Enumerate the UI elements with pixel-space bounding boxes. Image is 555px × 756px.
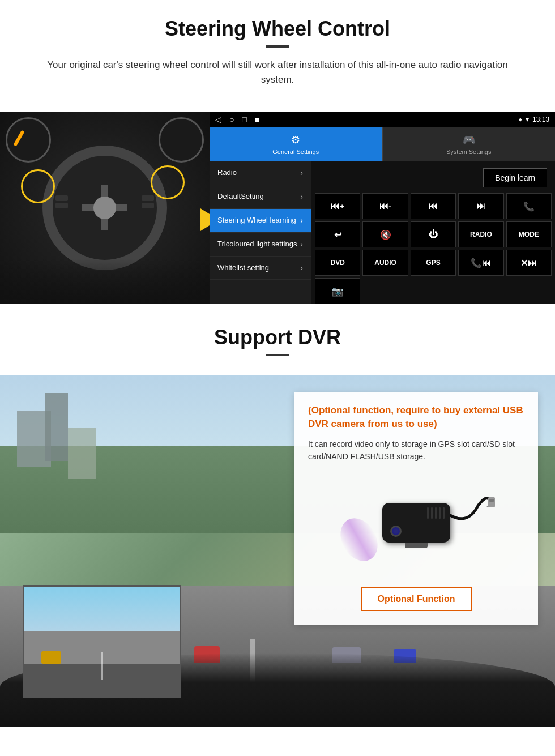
dvr-header: Support DVR [0,310,555,375]
prev-btn[interactable]: ⏮ [411,193,456,219]
steering-composite: ◁ ○ □ ■ ♦ ▾ 13:13 ⚙ General Settings 🎮 S… [0,112,555,304]
menu-list: Radio › DefaultSetting › Steering Wheel … [210,161,311,304]
android-panel: ◁ ○ □ ■ ♦ ▾ 13:13 ⚙ General Settings 🎮 S… [210,112,555,304]
dvd-btn[interactable]: DVD [315,250,360,276]
chevron-icon: › [300,240,303,249]
menu-item-steering[interactable]: Steering Wheel learning › [210,209,311,233]
wifi-icon: ▾ [526,116,529,123]
steering-title: Steering Wheel Control [23,17,532,41]
ctrl-row-1: ⏮+ ⏮- ⏮ ⏭ 📞 [315,193,552,219]
menu-item-tricolour[interactable]: Tricoloured light settings › [210,233,311,257]
recent-icon[interactable]: □ [242,115,246,124]
tab-general-label: General Settings [272,148,319,155]
highlight-circle-right [151,165,185,199]
nav-icons: ◁ ○ □ ■ [215,115,259,124]
steering-wheel-circle [42,146,167,270]
ctrl-row-2: ↩ 🔇 ⏻ RADIO MODE [315,221,552,247]
dvr-cam-view [23,585,181,698]
mode-btn[interactable]: MODE [506,221,552,247]
dvr-lens [390,526,402,537]
title-divider [266,45,289,48]
buttons-grid-area: Begin learn ⏮+ ⏮- ⏮ ⏭ 📞 ↩ 🔇 ⏻ RADIO MODE [311,161,555,304]
menu-tricolour-label: Tricoloured light settings [217,240,300,249]
svg-rect-1 [489,499,494,502]
radio-btn[interactable]: RADIO [458,221,503,247]
back-icon[interactable]: ◁ [215,115,221,124]
signal-icon: ♦ [519,116,522,123]
tab-system-settings[interactable]: 🎮 System Settings [382,127,556,161]
chevron-icon: › [300,192,303,201]
camera-btn[interactable]: 📷 [315,278,360,304]
gamepad-icon: 🎮 [463,134,475,146]
begin-learn-row: Begin learn [315,165,552,191]
yellow-arrow [200,208,210,231]
gps-btn[interactable]: GPS [411,250,456,276]
cancel-next-btn[interactable]: ✕⏭ [506,250,552,276]
clock: 13:13 [532,116,549,123]
menu-default-label: DefaultSetting [217,192,300,202]
mute-btn[interactable]: 🔇 [362,221,408,247]
back-btn[interactable]: ↩ [315,221,360,247]
menu-steering-label: Steering Wheel learning [217,216,300,225]
dvr-section: Support DVR [0,310,555,727]
tab-system-label: System Settings [446,148,491,155]
vol-up-btn[interactable]: ⏮+ [315,193,360,219]
dvr-device-body [382,503,450,543]
status-right: ♦ ▾ 13:13 [519,116,549,123]
vol-down-btn[interactable]: ⏮- [362,193,408,219]
home-icon[interactable]: ○ [229,115,234,124]
steering-photo [0,112,210,304]
wheel-center [93,197,116,219]
dvr-description: It can record video only to storage in G… [308,438,524,463]
begin-learn-button[interactable]: Begin learn [483,168,547,187]
dvr-device-image [308,472,524,574]
call-btn[interactable]: 📞 [506,193,552,219]
optional-function-button[interactable]: Optional Function [361,587,472,611]
menu-icon[interactable]: ■ [255,115,259,124]
audio-btn[interactable]: AUDIO [362,250,408,276]
dvr-title: Support DVR [23,326,532,349]
svg-rect-0 [488,497,495,507]
dvr-optional-title: (Optional function, require to buy exter… [308,404,524,431]
menu-item-radio[interactable]: Radio › [210,161,311,185]
tab-general-settings[interactable]: ⚙ General Settings [210,127,382,161]
power-btn[interactable]: ⏻ [411,221,456,247]
dvr-info-box: (Optional function, require to buy exter… [294,392,538,625]
steering-section: Steering Wheel Control Your original car… [0,0,555,112]
status-bar: ◁ ○ □ ■ ♦ ▾ 13:13 [210,112,555,127]
next-btn[interactable]: ⏭ [458,193,503,219]
menu-item-whitelist[interactable]: Whitelist setting › [210,257,311,280]
menu-whitelist-label: Whitelist setting [217,263,300,273]
highlight-circle-left [21,169,55,203]
tabs-row: ⚙ General Settings 🎮 System Settings [210,127,555,161]
gear-icon: ⚙ [291,134,300,146]
call-prev-btn[interactable]: 📞⏮ [458,250,503,276]
dvr-background: (Optional function, require to buy exter… [0,375,555,727]
menu-buttons-area: Radio › DefaultSetting › Steering Wheel … [210,161,555,304]
dvr-divider [266,354,289,356]
chevron-icon: › [300,263,303,272]
steering-wheel-bg [0,112,210,304]
ctrl-row-4: 📷 [315,278,552,304]
ctrl-row-3: DVD AUDIO GPS 📞⏮ ✕⏭ [315,250,552,276]
menu-item-default[interactable]: DefaultSetting › [210,185,311,209]
chevron-icon: › [300,168,303,177]
menu-radio-label: Radio [217,168,300,178]
steering-subtitle: Your original car's steering wheel contr… [45,58,510,87]
chevron-icon: › [300,216,303,225]
